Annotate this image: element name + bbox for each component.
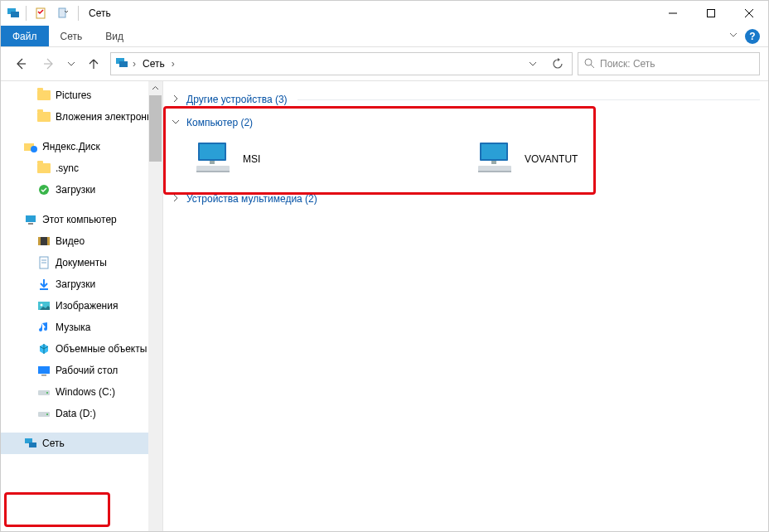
sidebar-item-label: Видео [56, 235, 85, 247]
sidebar-item-14[interactable]: Рабочий стол [1, 360, 148, 381]
sidebar-item-5[interactable]: Загрузки [1, 179, 148, 201]
sidebar-item-label: Изображения [56, 300, 118, 312]
svg-rect-43 [491, 161, 496, 164]
network-icon [6, 6, 21, 21]
scroll-up-icon[interactable] [148, 81, 162, 95]
images-icon [37, 299, 51, 312]
network-icon [114, 56, 129, 73]
ribbon-tab-file[interactable]: Файл [1, 26, 49, 46]
svg-point-27 [41, 304, 43, 307]
navigation-pane: PicturesВложения электронной почтыЯндекс… [1, 81, 163, 531]
sidebar-item-9[interactable]: Документы [1, 252, 148, 273]
refresh-icon[interactable] [547, 53, 568, 75]
sidebar-item-8[interactable]: Видео [1, 230, 148, 252]
svg-rect-3 [59, 8, 65, 17]
nav-history-dropdown[interactable] [65, 52, 77, 75]
sidebar-item-1[interactable]: Вложения электронной почты [1, 106, 148, 128]
sidebar-item-10[interactable]: Загрузки [1, 273, 148, 295]
svg-line-13 [591, 65, 594, 68]
nav-forward-button[interactable] [37, 52, 60, 75]
sidebar-item-label: Рабочий стол [56, 365, 118, 376]
titlebar-left: Сеть [1, 4, 111, 22]
sidebar-item-3[interactable]: Яндекс.Диск [1, 136, 148, 157]
svg-rect-20 [38, 237, 41, 245]
sidebar-item-4[interactable]: .sync [1, 157, 148, 179]
search-input[interactable]: Поиск: Сеть [578, 52, 760, 75]
sidebar-item-7[interactable]: Этот компьютер [1, 209, 148, 230]
group-title: Компьютер (2) [186, 117, 253, 128]
window-controls [654, 1, 768, 26]
group-header-0[interactable]: Другие устройства (3) [172, 88, 760, 111]
sidebar-item-16[interactable]: Data (D:) [1, 403, 148, 424]
nav-up-button[interactable] [82, 52, 105, 75]
svg-rect-5 [708, 10, 715, 17]
drive-icon [37, 385, 51, 399]
docs-icon [37, 256, 51, 269]
group-header-2[interactable]: Устройства мультимедиа (2) [172, 187, 760, 210]
sidebar-item-13[interactable]: Объемные объекты [1, 338, 148, 360]
sidebar-item-label: Объемные объекты [56, 343, 147, 355]
nav-back-button[interactable] [9, 52, 32, 75]
quick-access-properties[interactable] [31, 4, 51, 22]
window-title: Сеть [89, 7, 111, 19]
folder-icon [37, 89, 51, 102]
sidebar-item-0[interactable]: Pictures [1, 85, 148, 106]
group-items-1: MSIVOVANTUT [172, 134, 760, 187]
svg-point-12 [585, 59, 592, 65]
group-header-1[interactable]: Компьютер (2) [172, 111, 760, 134]
maximize-button[interactable] [692, 1, 730, 26]
close-button[interactable] [730, 1, 768, 26]
svg-point-33 [46, 414, 48, 415]
download-icon [37, 278, 51, 291]
sidebar-item-label: Pictures [56, 89, 91, 101]
music-icon [37, 321, 51, 334]
titlebar: Сеть [1, 1, 768, 26]
chevron-right-icon[interactable]: › [172, 58, 175, 70]
chevron-right-icon[interactable]: › [133, 58, 136, 70]
drive-icon [37, 407, 51, 420]
scrollbar-thumb[interactable] [149, 95, 162, 162]
computer-label: VOVANTUT [525, 153, 578, 165]
chevron-right-icon[interactable] [172, 193, 181, 205]
svg-rect-28 [38, 366, 50, 374]
computer-item-0[interactable]: MSI [191, 138, 440, 181]
address-dropdown-icon[interactable] [522, 53, 544, 75]
minimize-button[interactable] [654, 1, 692, 26]
sidebar-item-label: Вложения электронной почты [56, 111, 148, 123]
svg-rect-40 [196, 171, 230, 172]
3d-icon [37, 342, 51, 355]
svg-rect-37 [200, 144, 225, 159]
address-bar[interactable]: › Сеть › [110, 52, 573, 75]
ribbon-collapse-icon[interactable] [728, 30, 738, 42]
check-icon [37, 183, 51, 196]
sidebar-item-18[interactable]: Сеть [1, 433, 148, 454]
folder-icon [37, 110, 51, 123]
sidebar-item-label: Data (D:) [56, 408, 96, 419]
chevron-down-icon[interactable] [172, 117, 181, 128]
svg-rect-1 [11, 12, 19, 17]
scrollbar[interactable] [148, 81, 162, 531]
video-icon [37, 235, 51, 248]
sidebar-item-label: Музыка [56, 322, 90, 333]
breadcrumb[interactable]: Сеть [139, 58, 168, 70]
sidebar-item-15[interactable]: Windows (C:) [1, 381, 148, 403]
folder-icon [37, 162, 51, 175]
svg-rect-42 [481, 144, 506, 159]
yadisk-icon [24, 140, 37, 153]
chevron-right-icon[interactable] [172, 94, 181, 105]
ribbon: Файл Сеть Вид ? [1, 26, 768, 47]
desktop-icon [37, 364, 51, 377]
help-icon[interactable]: ? [745, 29, 760, 44]
sidebar-item-12[interactable]: Музыка [1, 317, 148, 338]
ribbon-tab-network[interactable]: Сеть [49, 26, 94, 46]
computer-label: MSI [243, 153, 260, 165]
sidebar-item-label: Яндекс.Диск [42, 141, 100, 152]
computer-icon [473, 138, 516, 181]
quick-access-dropdown[interactable] [53, 4, 73, 22]
svg-rect-18 [28, 223, 33, 225]
computer-icon [191, 138, 235, 181]
computer-item-1[interactable]: VOVANTUT [473, 138, 722, 181]
ribbon-tab-view[interactable]: Вид [94, 26, 135, 46]
sidebar-item-11[interactable]: Изображения [1, 295, 148, 317]
svg-point-31 [46, 392, 48, 394]
